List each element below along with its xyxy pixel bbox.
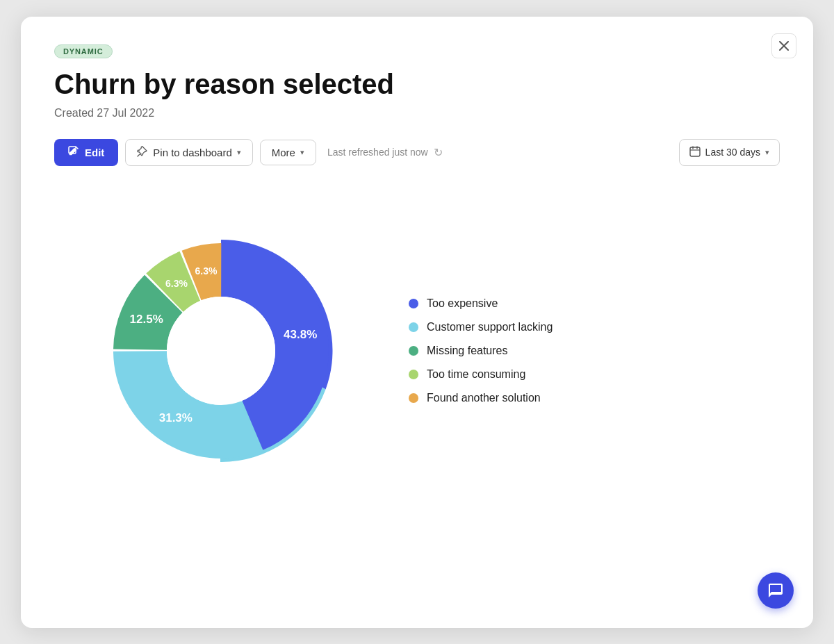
pin-chevron-icon: ▾ (237, 148, 241, 157)
refresh-text: Last refreshed just now (327, 147, 428, 158)
legend-label: Missing features (427, 345, 508, 357)
edit-button[interactable]: Edit (54, 139, 118, 166)
svg-text:6.3%: 6.3% (195, 265, 218, 276)
legend-label: Customer support lacking (427, 321, 553, 333)
svg-rect-4 (690, 147, 700, 156)
refresh-icon[interactable]: ↻ (434, 146, 443, 159)
chat-button[interactable] (758, 572, 794, 609)
donut-chart: 43.8%31.3%12.5%6.3%6.3% (75, 205, 367, 497)
more-button[interactable]: More ▾ (260, 140, 316, 165)
legend-label: Too expensive (427, 297, 498, 310)
pin-to-dashboard-button[interactable]: Pin to dashboard ▾ (125, 139, 252, 166)
legend-color-dot (409, 322, 418, 332)
more-chevron-icon: ▾ (300, 148, 304, 157)
legend-item: Found another solution (409, 392, 553, 404)
created-date: Created 27 Jul 2022 (54, 107, 780, 119)
legend-color-dot (409, 393, 418, 403)
svg-text:43.8%: 43.8% (284, 327, 317, 340)
chart-area: 43.8%31.3%12.5%6.3%6.3% Too expensive Cu… (54, 191, 780, 511)
date-range-button[interactable]: Last 30 days ▾ (679, 139, 780, 166)
modal-container: DYNAMIC Churn by reason selected Created… (21, 17, 813, 628)
pin-icon (137, 146, 148, 159)
legend-color-dot (409, 346, 418, 356)
more-label: More (272, 147, 295, 158)
chart-legend: Too expensive Customer support lacking M… (409, 297, 553, 404)
pin-label: Pin to dashboard (153, 147, 231, 158)
edit-label: Edit (85, 147, 104, 158)
svg-point-13 (167, 297, 275, 405)
date-range-label: Last 30 days (705, 147, 760, 158)
legend-item: Too time consuming (409, 368, 553, 381)
legend-color-dot (409, 299, 418, 308)
date-chevron-icon: ▾ (765, 148, 769, 157)
legend-item: Customer support lacking (409, 321, 553, 333)
legend-item: Too expensive (409, 297, 553, 310)
toolbar: Edit Pin to dashboard ▾ More ▾ Last refr… (54, 139, 780, 166)
svg-text:6.3%: 6.3% (165, 277, 188, 288)
svg-text:31.3%: 31.3% (159, 411, 193, 424)
legend-color-dot (409, 370, 418, 379)
legend-item: Missing features (409, 345, 553, 357)
legend-label: Found another solution (427, 392, 541, 404)
edit-icon (68, 146, 79, 159)
svg-line-3 (138, 154, 140, 156)
page-title: Churn by reason selected (54, 68, 780, 100)
svg-text:12.5%: 12.5% (130, 312, 163, 325)
dynamic-badge: DYNAMIC (54, 44, 113, 58)
legend-label: Too time consuming (427, 368, 525, 381)
refresh-status: Last refreshed just now ↻ (327, 146, 443, 159)
close-button[interactable] (771, 33, 796, 58)
calendar-icon (689, 146, 701, 159)
